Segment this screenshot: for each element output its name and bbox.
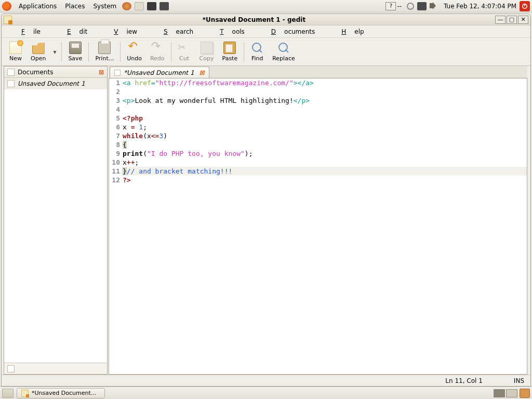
document-icon (114, 70, 121, 76)
screenshot-icon[interactable] (159, 2, 169, 10)
document-icon (7, 80, 15, 87)
copy-button[interactable]: Copy (195, 41, 218, 63)
menu-search[interactable]: Search (147, 27, 202, 36)
terminal-icon[interactable] (147, 2, 156, 10)
insert-mode: INS (514, 377, 524, 384)
new-label: New (9, 55, 22, 62)
side-panel-header: Documents ⊠ (4, 66, 107, 78)
help-badge-text: ? (390, 3, 392, 9)
menu-tools[interactable]: Tools (203, 27, 253, 36)
menu-view[interactable]: View (97, 27, 145, 36)
save-button[interactable]: Save (64, 41, 86, 63)
paste-button[interactable]: Paste (218, 41, 242, 63)
taskbar-label: *Unsaved Document... (32, 390, 96, 396)
gedit-app-icon (4, 16, 12, 24)
open-dropdown[interactable]: ▾ (50, 48, 59, 56)
side-panel-close-icon[interactable]: ⊠ (99, 69, 104, 76)
print-button[interactable]: Print... (91, 41, 118, 63)
firefox-icon[interactable] (122, 2, 131, 10)
taskbar-item-gedit[interactable]: *Unsaved Document... (17, 388, 105, 398)
cut-label: Cut (179, 55, 189, 62)
workspace-switcher[interactable] (494, 389, 517, 397)
document-list: Unsaved Document 1 (4, 78, 107, 363)
open-label: Open (31, 55, 46, 62)
cut-icon (178, 42, 191, 54)
gnome-top-panel: Applications Places System ? -- Tue Feb … (0, 0, 532, 12)
trash-icon[interactable] (520, 389, 530, 398)
close-button[interactable]: ✕ (518, 16, 528, 24)
titlebar[interactable]: *Unsaved Document 1 - gedit — ▢ ✕ (2, 14, 530, 25)
copy-label: Copy (200, 55, 214, 62)
documents-icon (7, 69, 15, 76)
help-dash: -- (397, 3, 402, 10)
find-label: Find (251, 55, 263, 62)
cursor-position: Ln 11, Col 1 (445, 377, 483, 384)
ubuntu-logo-icon[interactable] (2, 2, 11, 11)
show-desktop-icon[interactable] (2, 389, 14, 398)
menubar: File Edit View Search Tools Documents He… (2, 25, 530, 38)
minimize-button[interactable]: — (495, 16, 506, 24)
save-label: Save (68, 55, 82, 62)
tab-unsaved-document[interactable]: *Unsaved Document 1 ⊠ (110, 66, 209, 78)
new-file-icon (9, 42, 22, 54)
undo-icon (128, 42, 141, 54)
statusbar: Ln 11, Col 1 INS (2, 375, 530, 386)
workspace-2[interactable] (506, 389, 517, 397)
gnome-bottom-panel: *Unsaved Document... (0, 387, 532, 399)
cut-button[interactable]: Cut (174, 41, 195, 63)
refresh-icon[interactable] (407, 3, 414, 10)
gnome-menu-system[interactable]: System (89, 3, 121, 10)
menu-file[interactable]: File (5, 27, 49, 36)
menu-edit[interactable]: Edit (50, 27, 96, 36)
clock[interactable]: Tue Feb 12, 4:07:04 PM (444, 3, 516, 10)
editor-pane: *Unsaved Document 1 ⊠ 1<a href="http://f… (109, 66, 527, 375)
save-icon (69, 42, 82, 54)
volume-icon[interactable] (430, 2, 439, 10)
redo-button[interactable]: Redo (146, 41, 169, 63)
network-icon[interactable] (417, 2, 427, 10)
redo-icon (151, 42, 164, 54)
help-badge-icon[interactable]: ? (385, 2, 396, 10)
undo-button[interactable]: Undo (123, 41, 146, 63)
mail-icon[interactable] (135, 2, 144, 10)
document-name: Unsaved Document 1 (18, 80, 85, 87)
maximize-button[interactable]: ▢ (507, 16, 517, 24)
copy-icon (201, 42, 213, 54)
gnome-menu-places[interactable]: Places (61, 3, 89, 10)
gnome-menu-applications[interactable]: Applications (15, 3, 61, 10)
window-title: *Unsaved Document 1 - gedit (14, 16, 494, 23)
undo-label: Undo (127, 55, 142, 62)
replace-label: Replace (272, 55, 295, 62)
replace-button[interactable]: Replace (268, 41, 299, 63)
open-button[interactable]: Open (26, 41, 50, 63)
menu-help[interactable]: Help (325, 27, 372, 36)
toolbar: New Open ▾ Save Print... Undo Redo Cut C… (2, 38, 530, 66)
menu-documents[interactable]: Documents (255, 27, 323, 36)
side-panel-title: Documents (18, 69, 53, 76)
gedit-window: *Unsaved Document 1 - gedit — ▢ ✕ File E… (1, 14, 531, 387)
new-button[interactable]: New (5, 41, 26, 63)
tab-label: *Unsaved Document 1 (124, 69, 194, 76)
paste-label: Paste (222, 55, 238, 62)
gedit-app-icon (21, 390, 29, 397)
find-icon (251, 42, 263, 54)
replace-icon (277, 42, 290, 54)
power-button-icon[interactable] (520, 1, 530, 11)
tab-close-icon[interactable]: ⊠ (200, 69, 205, 76)
print-label: Print... (95, 55, 114, 62)
document-icon[interactable] (7, 365, 15, 373)
open-icon (32, 42, 45, 54)
side-panel-footer (4, 363, 107, 374)
document-list-item[interactable]: Unsaved Document 1 (4, 78, 107, 89)
print-icon (98, 42, 111, 54)
redo-label: Redo (150, 55, 165, 62)
editor-tabs: *Unsaved Document 1 ⊠ (109, 66, 527, 78)
find-button[interactable]: Find (246, 41, 268, 63)
workspace-1[interactable] (494, 389, 505, 397)
side-panel: Documents ⊠ Unsaved Document 1 (4, 66, 108, 375)
paste-icon (223, 42, 236, 54)
code-editor[interactable]: 1<a href="http://freesoftwaremagazine.co… (109, 78, 527, 375)
